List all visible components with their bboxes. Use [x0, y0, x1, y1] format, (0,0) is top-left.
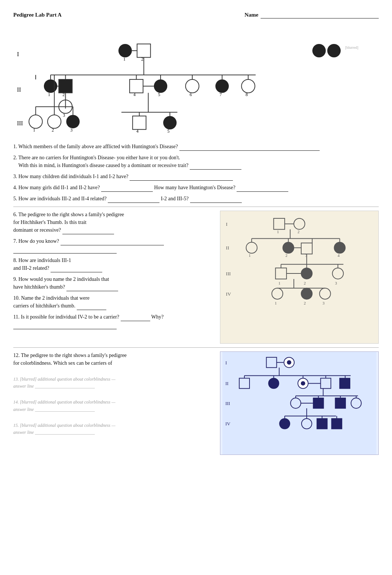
- questions-section-1: 1. Which members of the family above are…: [13, 143, 379, 203]
- svg-point-52: [301, 288, 312, 299]
- gen2-ind6: [186, 79, 199, 93]
- q11-answer2[interactable]: [13, 321, 117, 329]
- gen2-ind2: [59, 79, 72, 93]
- gen3-ind3: [66, 115, 79, 128]
- svg-rect-89: [340, 378, 350, 388]
- page-title: Pedigree Lab Part A: [13, 12, 62, 18]
- svg-text:I: I: [226, 221, 227, 227]
- gen2-ind1: [44, 79, 57, 93]
- svg-text:3: 3: [305, 253, 307, 258]
- name-underline: [261, 12, 379, 18]
- svg-rect-72: [223, 352, 376, 455]
- svg-text:II: II: [225, 381, 228, 386]
- gen3-num4: 4: [136, 129, 138, 134]
- svg-text:I: I: [225, 360, 227, 365]
- q8-answer[interactable]: [51, 264, 102, 272]
- gen2-num6: 6: [190, 92, 192, 97]
- hitchhiker-pedigree-box: I II III IV 1 2 1 2 3 4 1 2 3 1 2 3: [220, 211, 379, 344]
- gen3-num2: 2: [52, 127, 54, 133]
- q2-body1: There are no carriers for Huntington's D…: [18, 155, 180, 160]
- question-5: 5. How are individuals III-2 and II-4 re…: [13, 195, 379, 203]
- gen3-num5: 5: [167, 129, 169, 134]
- q12-num: 12.: [13, 353, 20, 358]
- q2-body2: With this in mind, is Huntington's disea…: [18, 163, 189, 168]
- q1-text: 1.: [13, 144, 17, 149]
- q2-answer[interactable]: [190, 161, 241, 170]
- svg-text:2: 2: [304, 301, 306, 305]
- gen1-blurred: [blurred]: [345, 45, 358, 50]
- q6-body3: dominant or recessive?: [13, 227, 61, 233]
- question-8: 8. How are individuals III-1 and III-2 r…: [13, 256, 214, 272]
- q7-answer1[interactable]: [61, 237, 164, 245]
- gen2-num7: 7: [220, 92, 222, 97]
- q4-answer1[interactable]: [101, 184, 153, 192]
- gen2-num8: 8: [245, 92, 248, 97]
- q1-answer[interactable]: [179, 143, 320, 151]
- page-header: Pedigree Lab Part A Name: [13, 12, 379, 18]
- q7-answer2[interactable]: [13, 245, 117, 254]
- gen2-ind5: [154, 79, 167, 93]
- gen-label-II: II: [17, 86, 21, 93]
- hitchhiker-pedigree: I II III IV 1 2 1 2 3 4 1 2 3 1 2 3: [220, 211, 379, 344]
- q4-body1: How many girls did II-1 and II-2 have?: [18, 185, 100, 190]
- q2-num: 2.: [13, 155, 17, 160]
- question-4: 4. How many girls did II-1 and II-2 have…: [13, 184, 379, 192]
- question-11: 11. Is it possible for individual IV-2 t…: [13, 313, 214, 329]
- q8-num: 8.: [13, 258, 17, 263]
- gen3-ind2: [48, 115, 61, 128]
- q10-body2: carriers of hitchhiker's thumb.: [13, 303, 75, 309]
- gen2-num3: 3: [63, 113, 65, 118]
- q7-body: How do you know?: [18, 238, 59, 244]
- q5-answer1[interactable]: [108, 195, 159, 203]
- gen3-ind4: [133, 116, 146, 129]
- q7-num: 7.: [13, 238, 17, 244]
- question-13-blurred: 13. [blurred] additional question about …: [13, 376, 214, 390]
- q5-num: 5.: [13, 196, 17, 201]
- gen3-num1: 1: [33, 127, 35, 133]
- colorblind-section: 12. The pedigree to the right shows a fa…: [13, 351, 379, 455]
- gen1-right1: [312, 44, 326, 57]
- q11-answer1[interactable]: [121, 313, 150, 321]
- q6-answer[interactable]: [62, 226, 114, 234]
- q6-num: 6.: [13, 212, 17, 217]
- svg-text:2: 2: [285, 253, 287, 258]
- svg-text:3: 3: [323, 301, 325, 305]
- pedigree-chart-1: I II III 1 2 [blurred] 1 2 3: [13, 25, 379, 140]
- q4-body2: How many have Huntington's Disease?: [154, 185, 235, 190]
- q9-answer[interactable]: [66, 283, 118, 291]
- question-10: 10. Name the 2 individuals that were car…: [13, 294, 214, 310]
- q4-num: 4.: [13, 185, 17, 190]
- q6-body2: for Hitchhiker's Thumb. Is this trait: [13, 220, 86, 225]
- question-2: 2. There are no carriers for Huntington'…: [13, 154, 379, 170]
- gen2-num1: 1: [48, 92, 50, 97]
- svg-text:IV: IV: [225, 421, 230, 426]
- q5-body2: I-2 and III-5?: [161, 196, 189, 201]
- gen1-individual2: [137, 44, 150, 57]
- gen2-num4: 4: [133, 92, 135, 97]
- q5-body1: How are individuals III-2 and II-4 relat…: [18, 196, 107, 201]
- svg-point-37: [334, 242, 345, 254]
- question-15-blurred: 15. [blurred] additional question about …: [13, 422, 214, 436]
- q5-answer2[interactable]: [190, 195, 242, 203]
- q4-answer2[interactable]: [237, 184, 288, 192]
- name-field-area: Name: [245, 12, 379, 18]
- hitchhiker-section: 6. The pedigree to the right shows a fam…: [13, 211, 379, 344]
- gen1-num1: 1: [123, 57, 125, 62]
- gen-label-III: III: [17, 120, 23, 126]
- q11-body2: Why?: [151, 314, 164, 320]
- q12-body1: The pedigree to the right shows a family…: [21, 353, 127, 358]
- svg-text:1: 1: [249, 253, 251, 258]
- q10-num: 10.: [13, 295, 20, 301]
- colorblind-questions: 12. The pedigree to the right shows a fa…: [13, 351, 214, 455]
- svg-text:2: 2: [298, 229, 299, 234]
- svg-rect-111: [317, 419, 327, 429]
- q14-blurred-line2: answer line ___________________________: [13, 407, 95, 412]
- q13-blurred-line2: answer line ___________________________: [13, 384, 95, 389]
- q3-answer[interactable]: [130, 173, 233, 181]
- svg-text:III: III: [225, 401, 230, 406]
- gen2-num2: 2: [62, 92, 65, 97]
- q10-answer[interactable]: [77, 302, 106, 310]
- svg-point-84: [301, 381, 305, 385]
- gen2-ind7: [216, 79, 229, 93]
- svg-text:IV: IV: [226, 291, 231, 297]
